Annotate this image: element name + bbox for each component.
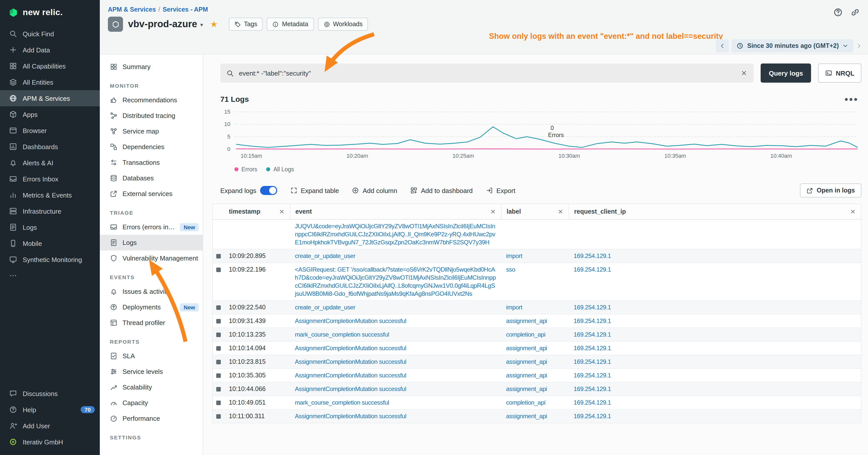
row-marker-icon[interactable]	[216, 332, 221, 337]
tags-button[interactable]: Tags	[229, 18, 263, 31]
favorite-star-icon[interactable]: ★	[210, 19, 218, 30]
expand-logs-toggle[interactable]: Expand logs	[220, 186, 277, 195]
log-ip-link[interactable]: 169.254.129.1	[574, 304, 611, 311]
chart-options-icon[interactable]: ●●●	[844, 95, 859, 102]
row-marker-icon[interactable]	[216, 360, 221, 364]
log-ip-link[interactable]: 169.254.129.1	[574, 331, 611, 338]
remove-column-icon[interactable]	[490, 208, 496, 215]
subnav-item-service-levels[interactable]: Service levels	[100, 364, 203, 380]
log-label-link[interactable]: assignment_api	[506, 358, 547, 365]
row-marker-icon[interactable]	[216, 254, 221, 259]
column-header-request-client-ip[interactable]: request_client_ip	[568, 204, 861, 219]
sidebar-item-help[interactable]: Help70	[0, 401, 100, 418]
subnav-item-deployments[interactable]: DeploymentsNew	[100, 299, 203, 315]
log-event-link[interactable]: AssignmentCompletionMutation successful	[295, 413, 406, 420]
log-label-link[interactable]: assignment_api	[506, 372, 547, 379]
log-event-link[interactable]: AssignmentCompletionMutation successful	[295, 318, 406, 325]
log-event-link[interactable]: create_or_update_user	[295, 304, 355, 311]
entity-switcher-caret-icon[interactable]: ▾	[200, 22, 203, 28]
subnav-item-scalability[interactable]: Scalability	[100, 380, 203, 395]
legend-item-errors[interactable]: Errors	[235, 166, 257, 172]
sidebar-item-logs[interactable]: Logs	[0, 219, 100, 235]
log-ip-link[interactable]: 169.254.129.1	[574, 253, 611, 260]
sidebar-item-browser[interactable]: Browser	[0, 123, 100, 138]
log-row[interactable]: 10:09:31.439AssignmentCompletionMutation…	[213, 315, 861, 328]
sidebar-item-apps[interactable]: Apps	[0, 106, 100, 123]
subnav-item-recommendations[interactable]: Recommendations	[100, 92, 203, 108]
subnav-item-logs[interactable]: Logs	[100, 235, 203, 251]
log-label-link[interactable]: sso	[506, 266, 515, 273]
log-ip-link[interactable]: 169.254.129.1	[574, 372, 611, 379]
log-label-link[interactable]: completion_api	[506, 399, 546, 406]
log-label-link[interactable]: assignment_api	[506, 318, 547, 325]
sidebar-item-metrics-events[interactable]: Metrics & Events	[0, 187, 100, 203]
sidebar-item-dashboards[interactable]: Dashboards	[0, 138, 100, 155]
column-header-label[interactable]: label	[501, 204, 568, 219]
sidebar-item-add-data[interactable]: Add Data	[0, 42, 100, 58]
add-column-button[interactable]: Add column	[352, 187, 397, 194]
log-ip-link[interactable]: 169.254.129.1	[574, 386, 611, 392]
remove-column-icon[interactable]	[558, 208, 563, 215]
row-marker-icon[interactable]	[216, 414, 221, 419]
row-marker-icon[interactable]	[216, 387, 221, 391]
sidebar-item-errors-inbox[interactable]: Errors Inbox	[0, 171, 100, 187]
log-event-link[interactable]: mark_course_completion successful	[295, 399, 389, 406]
log-label-link[interactable]: assignment_api	[506, 413, 547, 420]
log-row[interactable]: 10:10:13.235mark_course_completion succe…	[213, 328, 861, 342]
log-ip-link[interactable]: 169.254.129.1	[574, 399, 611, 406]
row-marker-icon[interactable]	[216, 346, 221, 351]
row-marker-icon[interactable]	[216, 305, 221, 310]
legend-item-all-logs[interactable]: All Logs	[267, 166, 294, 172]
log-label-link[interactable]: import	[506, 304, 522, 311]
log-row[interactable]: 10:10:49.051mark_course_completion succe…	[213, 396, 861, 410]
log-query-input[interactable]: event:* -"label":"security"	[220, 64, 753, 83]
log-label-link[interactable]: import	[506, 253, 522, 260]
log-ip-link[interactable]: 169.254.129.1	[574, 358, 611, 365]
row-marker-icon[interactable]	[216, 267, 221, 272]
subnav-item-capacity[interactable]: Capacity	[100, 395, 203, 411]
log-event-link[interactable]: AssignmentCompletionMutation successful	[295, 358, 406, 365]
subnav-item-dependencies[interactable]: Dependencies	[100, 139, 203, 155]
subnav-item-issues-activity[interactable]: Issues & activity	[100, 284, 203, 299]
log-label-link[interactable]: assignment_api	[506, 345, 547, 352]
permalink-icon[interactable]	[850, 7, 860, 17]
sidebar-item-discussions[interactable]: Discussions	[0, 386, 100, 401]
subnav-item-distributed-tracing[interactable]: Distributed tracing	[100, 108, 203, 124]
metadata-button[interactable]: Metadata	[267, 18, 314, 31]
remove-column-icon[interactable]	[850, 208, 856, 215]
row-marker-icon[interactable]	[216, 373, 221, 378]
subnav-item-performance[interactable]: Performance	[100, 411, 203, 426]
log-row[interactable]: 10:09:20.895create_or_update_userimport1…	[213, 250, 861, 263]
export-button[interactable]: Export	[486, 187, 516, 194]
subnav-item-summary[interactable]: Summary	[100, 59, 203, 74]
sidebar-item-alerts-ai[interactable]: Alerts & AI	[0, 155, 100, 171]
log-ip-link[interactable]: 169.254.129.1	[574, 266, 611, 273]
subnav-item-sla[interactable]: SLA	[100, 348, 203, 364]
row-marker-icon[interactable]	[216, 400, 221, 405]
subnav-item-external-services[interactable]: External services	[100, 186, 203, 201]
add-to-dashboard-button[interactable]: Add to dashboard	[410, 187, 472, 194]
log-event-link[interactable]: AssignmentCompletionMutation successful	[295, 386, 406, 392]
sidebar-item-mobile[interactable]: Mobile	[0, 235, 100, 252]
subnav-item-errors-errors-inb[interactable]: Errors (errors inb...New	[100, 219, 203, 235]
sidebar-item-all-entities[interactable]: All Entities	[0, 74, 100, 90]
log-row[interactable]: 10:10:35.305AssignmentCompletionMutation…	[213, 369, 861, 383]
open-in-logs-button[interactable]: Open in logs	[800, 184, 862, 197]
subnav-item-transactions[interactable]: Transactions	[100, 155, 203, 170]
toggle-on-icon[interactable]	[260, 186, 277, 195]
sidebar-item-more[interactable]	[0, 267, 100, 284]
log-event-link[interactable]: mark_course_completion successful	[295, 331, 389, 338]
breadcrumb-apm-services[interactable]: APM & Services	[108, 6, 156, 13]
column-header-event[interactable]: event	[290, 204, 501, 219]
log-event-link[interactable]: create_or_update_user	[295, 253, 355, 260]
sidebar-item-infrastructure[interactable]: Infrastructure	[0, 203, 100, 219]
row-marker-icon[interactable]	[216, 319, 221, 324]
remove-column-icon[interactable]	[279, 208, 285, 215]
log-row[interactable]: 10:10:23.815AssignmentCompletionMutation…	[213, 355, 861, 369]
sidebar-item-all-capabilities[interactable]: All Capabilities	[0, 58, 100, 74]
log-label-link[interactable]: completion_api	[506, 331, 546, 338]
log-label-link[interactable]: assignment_api	[506, 386, 547, 392]
nrql-button[interactable]: NRQL	[818, 64, 862, 83]
log-row[interactable]: JUQVU&code=eyJraWQiOiJjcGltY29yZV8wOTl1M…	[213, 220, 861, 250]
subnav-item-vulnerability-management[interactable]: Vulnerability Management	[100, 251, 203, 266]
